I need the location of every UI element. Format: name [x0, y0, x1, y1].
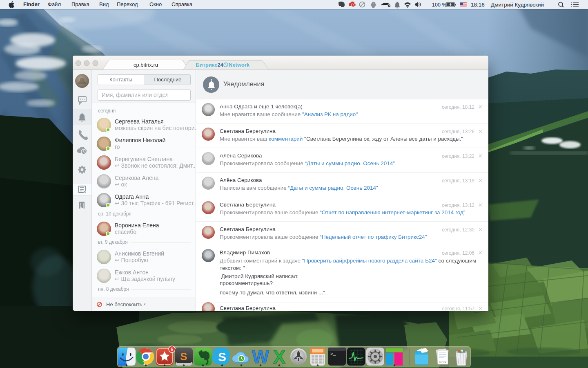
svg-text:Network: Network	[229, 62, 250, 68]
svg-text:cp.bitrix.ru: cp.bitrix.ru	[134, 62, 158, 68]
svg-text:S: S	[218, 350, 226, 364]
svg-text:100 %: 100 %	[432, 2, 446, 8]
svg-text:30,50€: 30,50€	[439, 361, 447, 364]
svg-text:X: X	[273, 346, 286, 368]
svg-text:Битрикс24: Битрикс24	[196, 62, 223, 68]
svg-text:S: S	[180, 350, 187, 363]
svg-text:Дмитрий Кудрявский: Дмитрий Кудрявский	[491, 2, 544, 8]
svg-text:W: W	[252, 347, 269, 367]
svg-text:18:16: 18:16	[471, 2, 485, 8]
svg-text:>_: >_	[330, 352, 336, 357]
svg-text:6: 6	[171, 347, 173, 352]
